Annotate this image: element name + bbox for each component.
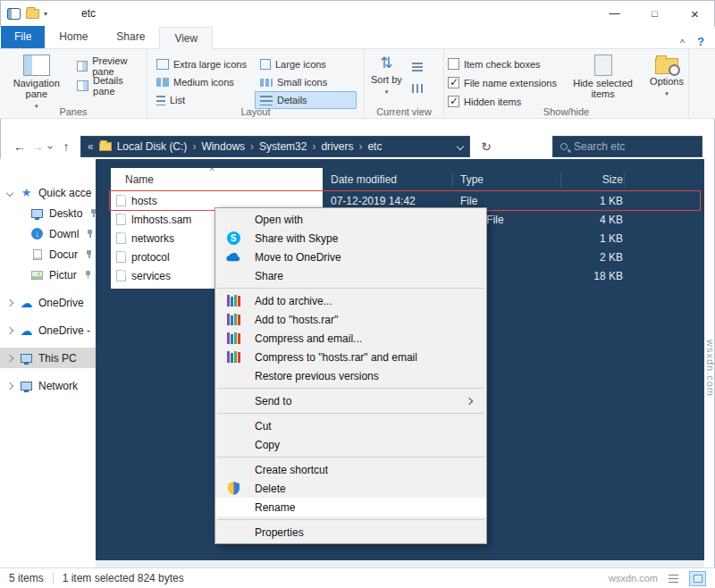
expander-icon[interactable] <box>6 298 13 306</box>
menu-item-compress-to-hosts-rar-and-email[interactable]: Compress to "hosts.rar" and email <box>215 348 486 366</box>
column-divider[interactable] <box>560 172 561 187</box>
options-button[interactable]: Options▾ <box>647 53 686 101</box>
back-button[interactable]: ← <box>11 139 29 154</box>
menu-item-delete[interactable]: Delete <box>215 479 486 498</box>
layout-option-medium-icons[interactable]: Medium icons <box>151 73 253 91</box>
hide-selected-items-icon <box>594 55 612 76</box>
breadcrumb-item-drivers[interactable]: drivers <box>321 140 353 153</box>
menu-item-send-to[interactable]: Send to <box>215 391 486 410</box>
sidebar-item-network[interactable]: Network <box>0 375 96 396</box>
sidebar-item-downloads[interactable]: ↓Downl <box>0 223 96 244</box>
menu-item-rename[interactable]: Rename <box>215 498 486 517</box>
details-pane-button[interactable]: Details pane <box>73 76 145 96</box>
tab-share[interactable]: Share <box>102 26 159 48</box>
menu-item-add-to-archive[interactable]: Add to archive... <box>215 291 486 310</box>
sidebar-item-onedrive[interactable]: ☁OneDrive <box>0 292 96 313</box>
folder-icon <box>99 142 112 151</box>
group-by-button[interactable] <box>408 58 426 76</box>
layout-option-large-icons[interactable]: Large icons <box>255 55 357 73</box>
ribbon-collapse-icon[interactable]: ^ <box>680 38 685 48</box>
expander-icon[interactable] <box>6 189 13 196</box>
menu-item-cut[interactable]: Cut <box>215 416 486 435</box>
menu-item-properties[interactable]: Properties <box>215 523 486 542</box>
thumbnails-view-button[interactable] <box>689 571 706 586</box>
expander-icon[interactable] <box>6 326 13 333</box>
column-header-size[interactable]: Size <box>560 173 623 186</box>
navigation-pane-icon <box>23 55 50 76</box>
breadcrumb-item-etc[interactable]: etc <box>367 140 382 153</box>
qat-dropdown-icon[interactable]: ▾ <box>44 10 47 18</box>
window-title: etc <box>81 7 96 20</box>
minimize-button[interactable]: — <box>594 0 635 27</box>
menu-item-move-to-onedrive[interactable]: Move to OneDrive <box>215 248 486 266</box>
help-icon[interactable]: ? <box>697 35 704 48</box>
expander-icon[interactable] <box>6 354 13 361</box>
column-header-date-modified[interactable]: Date modified <box>323 173 452 186</box>
recent-locations-icon[interactable] <box>47 144 53 149</box>
close-button[interactable]: × <box>675 0 715 27</box>
search-input[interactable]: Search etc <box>552 136 702 157</box>
pin-icon <box>85 250 93 259</box>
file-icon <box>116 270 126 281</box>
quick-access-toolbar-icon[interactable] <box>26 9 39 19</box>
ribbon-tab-bar: File Home Share View ^ ? <box>0 27 715 49</box>
navigation-pane-button[interactable]: Navigation pane▾ <box>4 53 70 113</box>
column-divider[interactable] <box>452 172 453 187</box>
preview-pane-button[interactable]: Preview pane <box>73 56 145 76</box>
menu-item-restore-previous-versions[interactable]: Restore previous versions <box>215 366 486 385</box>
menu-item-share-with-skype[interactable]: SShare with Skype <box>215 229 486 248</box>
sort-by-button[interactable]: ⇅ Sort by▾ <box>368 53 405 99</box>
menu-item-add-to-hosts-rar[interactable]: Add to "hosts.rar" <box>215 310 486 329</box>
sidebar-item-onedrive-2[interactable]: ☁OneDrive - <box>0 320 96 340</box>
tab-file[interactable]: File <box>1 26 45 48</box>
ribbon-group-show-hide: Item check boxes File name extensions Hi… <box>444 49 689 118</box>
column-divider[interactable] <box>624 172 625 187</box>
network-icon <box>21 382 32 391</box>
menu-item-compress-and-email[interactable]: Compress and email... <box>215 329 486 348</box>
file-name-extensions-option[interactable]: File name extensions <box>448 73 559 92</box>
downloads-icon: ↓ <box>30 228 44 239</box>
sidebar-item-this-pc[interactable]: This PC <box>0 348 96 368</box>
menu-item-share[interactable]: Share <box>215 266 486 285</box>
sidebar-item-quick-access[interactable]: ★Quick acce <box>0 182 96 203</box>
menu-item-copy[interactable]: Copy <box>215 435 486 454</box>
panes-small-buttons: Preview pane Details pane <box>73 56 145 96</box>
expander-icon[interactable] <box>6 382 13 389</box>
menu-item-create-shortcut[interactable]: Create shortcut <box>215 460 486 479</box>
hide-selected-items-button[interactable]: Hide selected items <box>559 53 647 101</box>
navigation-pane-label: Navigation pane <box>13 78 60 99</box>
breadcrumb-item-windows[interactable]: Windows <box>201 140 245 153</box>
up-button[interactable]: ↑ <box>57 139 75 154</box>
details-view-icon <box>669 575 678 583</box>
breadcrumb-item-drive[interactable]: Local Disk (C:) <box>117 140 188 153</box>
breadcrumb-overflow-icon[interactable]: « <box>88 140 94 153</box>
pin-icon <box>84 271 92 280</box>
ribbon-group-current-view: ⇅ Sort by▾ Current view <box>365 49 444 118</box>
horizontal-scrollbar[interactable] <box>96 560 704 567</box>
sidebar-item-pictures[interactable]: Pictur <box>0 265 96 285</box>
item-check-boxes-option[interactable]: Item check boxes <box>448 55 559 73</box>
sidebar-gap <box>0 340 96 348</box>
sort-by-icon: ⇅ <box>380 55 392 72</box>
tab-view[interactable]: View <box>159 27 213 49</box>
watermark-side: wsxdn.com <box>705 340 715 397</box>
crumb-separator-icon: › <box>312 140 315 153</box>
add-columns-button[interactable] <box>408 80 426 97</box>
breadcrumb-item-system32[interactable]: System32 <box>259 140 307 153</box>
layout-option-extra-large-icons[interactable]: Extra large icons <box>151 55 253 73</box>
refresh-icon[interactable]: ↻ <box>477 139 495 154</box>
sidebar-item-documents[interactable]: Docur <box>0 244 96 265</box>
tab-home[interactable]: Home <box>45 26 102 48</box>
explorer-window: ▾ etc — □ × File Home Share View ^ ? Nav… <box>0 0 715 588</box>
watermark-bottom: wsxdn.com <box>609 573 658 584</box>
details-view-button[interactable] <box>665 571 682 586</box>
address-dropdown-icon[interactable] <box>457 143 464 150</box>
address-bar[interactable]: « Local Disk (C:) › Windows › System32 ›… <box>80 136 470 157</box>
layout-option-small-icons[interactable]: Small icons <box>255 73 357 91</box>
forward-button[interactable]: → <box>29 139 46 154</box>
column-header-type[interactable]: Type <box>452 173 560 186</box>
column-header-name[interactable]: Name <box>111 168 323 191</box>
menu-item-open-with[interactable]: Open with <box>215 210 486 229</box>
maximize-button[interactable]: □ <box>635 0 675 27</box>
sidebar-item-desktop[interactable]: Deskto <box>0 203 96 223</box>
